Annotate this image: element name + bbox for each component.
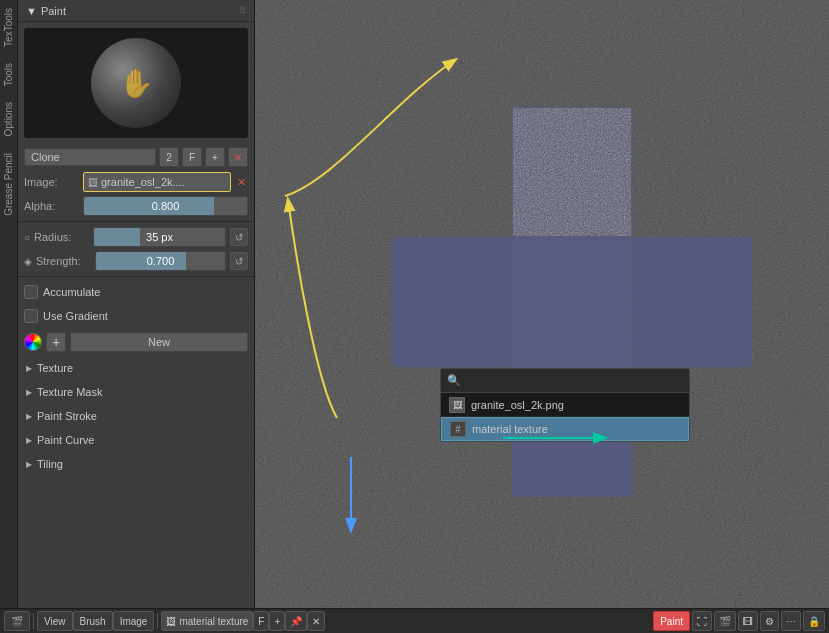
accumulate-row: Accumulate <box>24 282 248 302</box>
accumulate-checkbox[interactable] <box>24 285 38 299</box>
tiling-triangle-icon: ▶ <box>26 460 32 469</box>
section-texture[interactable]: ▶ Texture <box>18 356 254 380</box>
bar-more-button[interactable]: ⋯ <box>781 611 801 631</box>
face-top-noise <box>513 108 631 236</box>
color-new-row: + New <box>24 331 248 353</box>
paint-stroke-triangle-icon: ▶ <box>26 412 32 421</box>
alpha-slider[interactable]: 0.800 <box>83 196 248 216</box>
strength-value: 0.700 <box>96 255 225 267</box>
dropdown-popup: 🔍 🖼 granite_osl_2k.png # material textur… <box>440 368 690 442</box>
brush-name-button[interactable]: Clone <box>24 148 156 166</box>
strength-row: ◈ Strength: 0.700 ↺ <box>24 250 248 272</box>
uv-face-left <box>392 237 512 367</box>
brush-controls: Clone 2 F + ✕ <box>24 146 248 168</box>
texture-mask-triangle-icon: ▶ <box>26 388 32 397</box>
texture-triangle-icon: ▶ <box>26 364 32 373</box>
strength-slider[interactable]: 0.700 <box>95 251 226 271</box>
dropdown-item-1[interactable]: # material texture <box>441 417 689 441</box>
uv-cross-container <box>335 15 809 588</box>
bar-add-button[interactable]: + <box>269 611 285 631</box>
search-icon: 🔍 <box>447 374 461 387</box>
paint-curve-triangle-icon: ▶ <box>26 436 32 445</box>
svg-rect-2 <box>393 238 511 366</box>
canvas-area[interactable]: 🔍 🖼 granite_osl_2k.png # material textur… <box>255 0 829 608</box>
dropdown-search-row: 🔍 <box>441 369 689 393</box>
add-color-button[interactable]: + <box>46 332 66 352</box>
brush-sphere: ✋ <box>91 38 181 128</box>
brush-f-button[interactable]: F <box>182 147 202 167</box>
texture-label: Texture <box>37 362 73 374</box>
color-picker[interactable] <box>24 333 42 351</box>
bar-material-icon: 🖼 <box>166 616 176 627</box>
paint-curve-label: Paint Curve <box>37 434 94 446</box>
dropdown-item-0[interactable]: 🖼 granite_osl_2k.png <box>441 393 689 417</box>
dropdown-item-1-label: material texture <box>472 423 548 435</box>
paint-stroke-label: Paint Stroke <box>37 410 97 422</box>
bar-scene-button[interactable]: 🎬 <box>4 611 30 631</box>
bar-lock-button[interactable]: 🔒 <box>803 611 825 631</box>
bar-expand-button[interactable]: ⛶ <box>692 611 712 631</box>
bar-paint-button[interactable]: Paint <box>653 611 690 631</box>
dropdown-item-1-icon: # <box>450 421 466 437</box>
radius-reset-button[interactable]: ↺ <box>230 228 248 246</box>
image-row: Image: 🖼 granite_osl_2k.... ✕ <box>24 171 248 193</box>
bar-image-button[interactable]: Image <box>113 611 155 631</box>
bar-right-buttons: Paint ⛶ 🎬 🎞 ⚙ ⋯ 🔒 <box>653 611 825 631</box>
radius-label: Radius: <box>34 231 89 243</box>
dropdown-search-input[interactable] <box>465 375 683 387</box>
panel-title: ▼ Paint <box>26 5 66 17</box>
uv-face-right <box>632 237 752 367</box>
section-tiling[interactable]: ▶ Tiling <box>18 452 254 476</box>
svg-rect-4 <box>633 238 751 366</box>
section-paint-curve[interactable]: ▶ Paint Curve <box>18 428 254 452</box>
section-paint-stroke[interactable]: ▶ Paint Stroke <box>18 404 254 428</box>
dropdown-item-0-label: granite_osl_2k.png <box>471 399 564 411</box>
section-texture-mask[interactable]: ▶ Texture Mask <box>18 380 254 404</box>
brush-icon: ✋ <box>119 67 154 100</box>
alpha-value: 0.800 <box>84 200 247 212</box>
svg-rect-1 <box>513 108 631 236</box>
tiling-label: Tiling <box>37 458 63 470</box>
image-label: Image: <box>24 176 79 188</box>
uv-face-top <box>512 107 632 237</box>
bar-pin-button[interactable]: 📌 <box>285 611 307 631</box>
triangle-icon: ▼ <box>26 5 37 17</box>
image-field[interactable]: 🖼 granite_osl_2k.... <box>83 172 231 192</box>
radius-slider[interactable]: 35 px <box>93 227 226 247</box>
new-button[interactable]: New <box>70 332 248 352</box>
panel-header: ▼ Paint ⠿ <box>18 0 254 22</box>
brush-count-button[interactable]: 2 <box>159 147 179 167</box>
strength-icon: ◈ <box>24 256 32 267</box>
tab-grease-pencil[interactable]: Grease Pencil <box>1 145 16 224</box>
bar-x-button[interactable]: ✕ <box>307 611 325 631</box>
image-file-icon: 🖼 <box>88 177 98 188</box>
bar-f-button[interactable]: F <box>253 611 269 631</box>
bar-brush-button[interactable]: Brush <box>73 611 113 631</box>
main-container: TexTools Tools Options Grease Pencil ▼ P… <box>0 0 829 608</box>
image-filename: granite_osl_2k.... <box>101 176 185 188</box>
tab-tools[interactable]: Tools <box>1 55 16 94</box>
left-tabs: TexTools Tools Options Grease Pencil <box>0 0 18 608</box>
image-clear-button[interactable]: ✕ <box>235 176 248 189</box>
brush-remove-button[interactable]: ✕ <box>228 147 248 167</box>
use-gradient-checkbox[interactable] <box>24 309 38 323</box>
bar-render-button[interactable]: 🎞 <box>738 611 758 631</box>
tab-textools[interactable]: TexTools <box>1 0 16 55</box>
bar-view-button[interactable]: View <box>37 611 73 631</box>
dropdown-item-0-icon: 🖼 <box>449 397 465 413</box>
bottom-bar: 🎬 View Brush Image 🖼 material texture F … <box>0 608 829 633</box>
bar-material-field[interactable]: 🖼 material texture <box>161 611 253 631</box>
strength-reset-button[interactable]: ↺ <box>230 252 248 270</box>
brush-preview: ✋ <box>24 28 248 138</box>
bar-scene-view-button[interactable]: 🎬 <box>714 611 736 631</box>
left-panel: ▼ Paint ⠿ ✋ Clone 2 F + ✕ Image: 🖼 grani… <box>18 0 255 608</box>
bar-settings-button[interactable]: ⚙ <box>760 611 779 631</box>
alpha-row: Alpha: 0.800 <box>24 195 248 217</box>
alpha-label: Alpha: <box>24 200 79 212</box>
accumulate-label: Accumulate <box>43 286 100 298</box>
use-gradient-label: Use Gradient <box>43 310 108 322</box>
radius-icon: ○ <box>24 232 30 243</box>
panel-drag-handle[interactable]: ⠿ <box>239 5 246 16</box>
tab-options[interactable]: Options <box>1 94 16 144</box>
brush-add-button[interactable]: + <box>205 147 225 167</box>
